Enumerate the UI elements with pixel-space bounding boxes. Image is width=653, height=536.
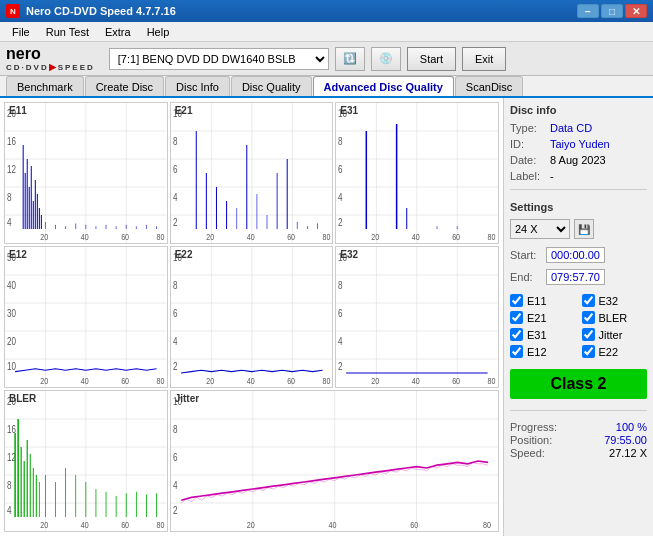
checkbox-e31[interactable]: [510, 328, 523, 341]
svg-text:80: 80: [322, 375, 330, 386]
tab-scan-disc[interactable]: ScanDisc: [455, 76, 523, 96]
svg-text:2: 2: [173, 216, 178, 229]
chart-e21-title: E21: [175, 105, 193, 116]
disc-label-value: -: [550, 170, 554, 182]
svg-text:40: 40: [246, 375, 254, 386]
checkbox-e11-label: E11: [527, 295, 547, 307]
checkbox-e21[interactable]: [510, 311, 523, 324]
svg-text:60: 60: [453, 231, 461, 242]
tab-bar: Benchmark Create Disc Disc Info Disc Qua…: [0, 76, 653, 98]
main-content: E11 20 16 12 8 4 20 40 60: [0, 98, 653, 536]
checkbox-bler-label: BLER: [599, 312, 628, 324]
checkbox-e12[interactable]: [510, 345, 523, 358]
svg-text:60: 60: [287, 375, 295, 386]
svg-text:80: 80: [157, 375, 165, 386]
svg-text:2: 2: [338, 216, 343, 229]
svg-text:20: 20: [206, 231, 214, 242]
close-button[interactable]: ✕: [625, 4, 647, 18]
svg-text:4: 4: [7, 504, 12, 517]
exit-button[interactable]: Exit: [462, 47, 506, 71]
svg-text:60: 60: [121, 519, 129, 530]
checkbox-e21-label: E21: [527, 312, 547, 324]
disc-date-row: Date: 8 Aug 2023: [510, 154, 647, 166]
menu-extra[interactable]: Extra: [97, 24, 139, 40]
menu-run-test[interactable]: Run Test: [38, 24, 97, 40]
start-button[interactable]: Start: [407, 47, 456, 71]
svg-text:8: 8: [7, 191, 12, 204]
checkbox-e11[interactable]: [510, 294, 523, 307]
svg-text:6: 6: [338, 163, 343, 176]
svg-text:40: 40: [246, 231, 254, 242]
svg-text:6: 6: [173, 163, 178, 176]
speed-selector[interactable]: 24 X Maximum 4 X 8 X 16 X 32 X 40 X 48 X…: [510, 219, 570, 239]
end-time-row: End: 079:57.70: [510, 269, 647, 285]
start-value: 000:00.00: [546, 247, 605, 263]
speed-label: Speed:: [510, 447, 545, 459]
checkbox-e12-row: E12: [510, 345, 576, 358]
svg-text:6: 6: [173, 451, 178, 464]
menu-file[interactable]: File: [4, 24, 38, 40]
disc-date-label: Date:: [510, 154, 546, 166]
app-icon: N: [6, 4, 20, 18]
svg-text:40: 40: [81, 375, 89, 386]
disc-label-row: Label: -: [510, 170, 647, 182]
svg-text:40: 40: [412, 231, 420, 242]
nero-logo: nero CD·DVD▶SPEED: [6, 45, 95, 73]
disc-icon-button[interactable]: 💿: [371, 47, 401, 71]
chart-e31-title: E31: [340, 105, 358, 116]
disc-type-label: Type:: [510, 122, 546, 134]
svg-text:6: 6: [173, 307, 178, 320]
tab-disc-info[interactable]: Disc Info: [165, 76, 230, 96]
nero-brand-text: nero: [6, 46, 95, 62]
settings-save-button[interactable]: 💾: [574, 219, 594, 239]
class-badge: Class 2: [510, 369, 647, 399]
chart-e12: E12 50 40 30 20 10 20 40 60 80: [4, 246, 168, 388]
svg-text:60: 60: [121, 231, 129, 242]
disc-label-label: Label:: [510, 170, 546, 182]
menu-bar: File Run Test Extra Help: [0, 22, 653, 42]
checkbox-jitter-row: Jitter: [582, 328, 648, 341]
checkbox-e22[interactable]: [582, 345, 595, 358]
svg-text:60: 60: [453, 375, 461, 386]
progress-value: 100 %: [616, 421, 647, 433]
disc-id-row: ID: Taiyo Yuden: [510, 138, 647, 150]
chart-e11: E11 20 16 12 8 4 20 40 60: [4, 102, 168, 244]
checkbox-e31-label: E31: [527, 329, 547, 341]
svg-text:80: 80: [483, 519, 491, 530]
svg-text:60: 60: [121, 375, 129, 386]
disc-type-value: Data CD: [550, 122, 592, 134]
svg-text:80: 80: [157, 519, 165, 530]
minimize-button[interactable]: −: [577, 4, 599, 18]
checkbox-jitter[interactable]: [582, 328, 595, 341]
svg-text:8: 8: [338, 279, 343, 292]
svg-text:4: 4: [7, 216, 12, 229]
svg-text:40: 40: [81, 519, 89, 530]
checkbox-bler[interactable]: [582, 311, 595, 324]
maximize-button[interactable]: □: [601, 4, 623, 18]
checkbox-e22-row: E22: [582, 345, 648, 358]
tab-disc-quality[interactable]: Disc Quality: [231, 76, 312, 96]
menu-help[interactable]: Help: [139, 24, 178, 40]
chart-e31: E31 10 8 6 4 2 20 40 60 80: [335, 102, 499, 244]
position-label: Position:: [510, 434, 552, 446]
tab-create-disc[interactable]: Create Disc: [85, 76, 164, 96]
chart-e11-title: E11: [9, 105, 27, 116]
svg-text:80: 80: [488, 375, 496, 386]
refresh-button[interactable]: 🔃: [335, 47, 365, 71]
svg-text:20: 20: [40, 375, 48, 386]
svg-text:8: 8: [173, 279, 178, 292]
svg-text:8: 8: [338, 135, 343, 148]
svg-text:20: 20: [40, 519, 48, 530]
checkbox-bler-row: BLER: [582, 311, 648, 324]
svg-text:2: 2: [173, 360, 178, 373]
position-value: 79:55.00: [604, 434, 647, 446]
svg-text:40: 40: [7, 279, 16, 292]
svg-text:8: 8: [173, 135, 178, 148]
checkbox-e32[interactable]: [582, 294, 595, 307]
tab-advanced-disc-quality[interactable]: Advanced Disc Quality: [313, 76, 454, 96]
end-label: End:: [510, 271, 542, 283]
svg-text:20: 20: [372, 231, 380, 242]
drive-selector[interactable]: [7:1] BENQ DVD DD DW1640 BSLB: [109, 48, 329, 70]
svg-text:8: 8: [173, 423, 178, 436]
tab-benchmark[interactable]: Benchmark: [6, 76, 84, 96]
